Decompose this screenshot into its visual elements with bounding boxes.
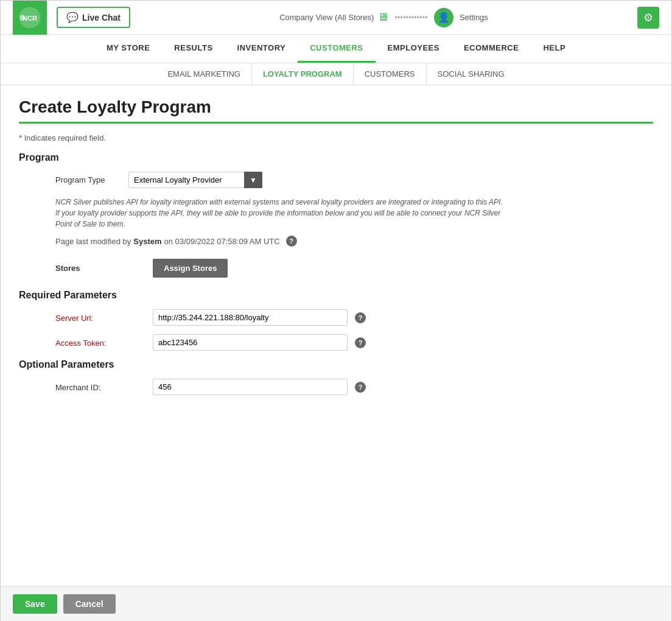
nav-inventory[interactable]: INVENTORY [225, 35, 298, 63]
program-type-label: Program Type [55, 175, 128, 184]
cancel-button[interactable]: Cancel [63, 594, 116, 614]
subnav-loyalty-program[interactable]: LOYALTY PROGRAM [252, 63, 354, 85]
merchant-id-help-icon[interactable]: ? [355, 382, 366, 393]
main-navigation: MY STORE RESULTS INVENTORY CUSTOMERS EMP… [1, 35, 671, 63]
access-token-help-icon[interactable]: ? [355, 337, 366, 348]
nav-results[interactable]: RESULTS [162, 35, 225, 63]
access-token-row: Access Token: ? [19, 334, 653, 351]
modified-info: Page last modified by System on 03/09/20… [19, 236, 653, 247]
server-url-help-icon[interactable]: ? [355, 312, 366, 323]
gear-icon: ⚙ [643, 11, 653, 24]
merchant-id-label: Merchant ID: [55, 379, 153, 392]
ncr-logo: NCR [13, 1, 47, 35]
program-type-row: Program Type External Loyalty Provider N… [19, 172, 653, 188]
program-description: NCR Silver publishes API for loyalty int… [19, 197, 506, 230]
store-selector-icon: 🖥 [377, 11, 388, 24]
nav-employees[interactable]: EMPLOYEES [376, 35, 452, 63]
required-note: * Indicates required field. [19, 133, 653, 142]
optional-params-section: Optional Parameters Merchant ID: ? [19, 359, 653, 395]
required-params-section: Required Parameters Server Url: ? Access… [19, 290, 653, 351]
program-section: Program Program Type External Loyalty Pr… [19, 152, 653, 278]
settings-gear-button[interactable]: ⚙ [637, 7, 659, 29]
nav-customers[interactable]: CUSTOMERS [298, 35, 375, 63]
nav-my-store[interactable]: MY STORE [94, 35, 162, 63]
server-url-label: Server Url: [55, 309, 153, 323]
sub-navigation: EMAIL MARKETING LOYALTY PROGRAM CUSTOMER… [1, 63, 671, 85]
subnav-email-marketing[interactable]: EMAIL MARKETING [156, 63, 251, 85]
stores-row: Stores Assign Stores [19, 259, 653, 278]
chat-bubble-icon: 💬 [66, 12, 79, 23]
subnav-customers[interactable]: CUSTOMERS [354, 63, 427, 85]
company-view-label: Company View (All Stores) [279, 13, 374, 22]
settings-label: Settings [460, 13, 488, 22]
page-title: Create Loyalty Program [19, 97, 653, 117]
nav-ecommerce[interactable]: ECOMMERCE [452, 35, 531, 63]
content-area: Create Loyalty Program * Indicates requi… [1, 85, 671, 416]
merchant-id-input-group: ? [153, 379, 366, 395]
merchant-id-input[interactable] [153, 379, 348, 395]
user-icon: 👤 [438, 12, 450, 23]
server-url-input-group: ? [153, 309, 366, 326]
spacer [1, 416, 671, 574]
footer-bar: Save Cancel [1, 586, 671, 621]
modified-help-icon[interactable]: ? [286, 236, 297, 247]
merchant-id-row: Merchant ID: ? [19, 379, 653, 395]
nav-help[interactable]: HELP [531, 35, 578, 63]
subnav-social-sharing[interactable]: SOCIAL SHARING [427, 63, 516, 85]
modified-by: System [133, 237, 161, 246]
header-center: Company View (All Stores) 🖥 ••••••••••••… [130, 8, 637, 27]
svg-point-2 [19, 15, 26, 21]
program-type-select-wrapper[interactable]: External Loyalty Provider NCR Silver Loy… [128, 172, 262, 188]
user-avatar[interactable]: 👤 [434, 8, 453, 27]
server-url-row: Server Url: ? [19, 309, 653, 326]
server-url-input[interactable] [153, 309, 348, 326]
access-token-input-group: ? [153, 334, 366, 351]
live-chat-button[interactable]: 💬 Live Chat [57, 7, 130, 28]
username-display: •••••••••••• [394, 13, 428, 22]
assign-stores-button[interactable]: Assign Stores [153, 259, 228, 278]
program-section-title: Program [19, 152, 653, 163]
live-chat-label: Live Chat [82, 13, 121, 23]
stores-label: Stores [55, 264, 153, 273]
optional-params-title: Optional Parameters [19, 359, 653, 370]
modified-prefix: Page last modified by [55, 237, 131, 246]
program-type-select[interactable]: External Loyalty Provider NCR Silver Loy… [128, 172, 262, 188]
store-selector[interactable]: Company View (All Stores) 🖥 [279, 11, 388, 24]
modified-on: on 03/09/2022 07:58:09 AM UTC [164, 237, 280, 246]
access-token-label: Access Token: [55, 334, 153, 348]
save-button[interactable]: Save [13, 594, 57, 614]
required-params-title: Required Parameters [19, 290, 653, 301]
access-token-input[interactable] [153, 334, 348, 351]
title-divider [19, 122, 653, 124]
